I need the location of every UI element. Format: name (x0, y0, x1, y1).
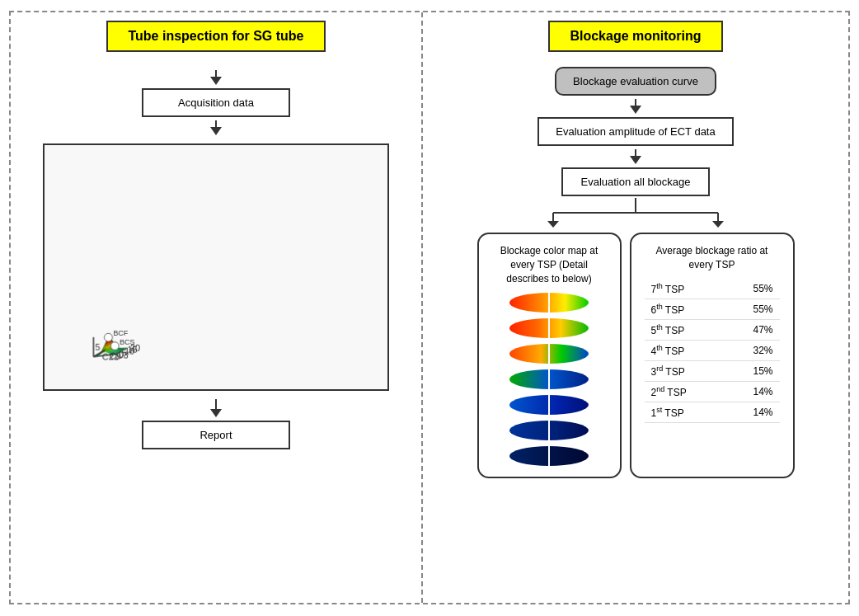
table-row: 1st TSP 14% (645, 402, 780, 422)
main-container: Tube inspection for SG tube Acquisition … (9, 11, 850, 604)
tube-integrity-box: Tube integrity evaluation (43, 143, 389, 391)
color-map-title: Blockage color map at every TSP (Detail … (492, 244, 607, 285)
ellipse-2 (508, 317, 590, 339)
blockage-eval-curve-box: Blockage evaluation curve (555, 67, 716, 96)
left-column: Tube inspection for SG tube Acquisition … (11, 12, 423, 603)
left-title: Tube inspection for SG tube (106, 21, 325, 52)
arrow-head (210, 77, 222, 85)
tsp-label: 4th TSP (645, 340, 725, 360)
tsp-value: 14% (725, 381, 779, 402)
tsp-ellipses (508, 292, 590, 467)
eval-all-blockage-box: Evaluation all blockage (561, 167, 710, 196)
arrow-head2 (210, 127, 222, 135)
split-connector (479, 198, 792, 228)
ellipse-4 (508, 369, 590, 390)
table-row: 7th TSP 55% (645, 279, 780, 299)
table-row: 2nd TSP 14% (645, 381, 780, 402)
right-column: Blockage monitoring Blockage evaluation … (423, 12, 848, 603)
ratio-table: 7th TSP 55% 6th TSP 55% 5th TSP 47% 4t (645, 279, 780, 423)
table-row: 4th TSP 32% (645, 340, 780, 360)
arrow-head3 (210, 409, 222, 417)
svg-marker-3 (547, 221, 559, 228)
tsp-label: 7th TSP (645, 279, 725, 299)
arrow-r1 (630, 99, 641, 114)
arrow1 (210, 70, 222, 85)
tsp-value: 14% (725, 402, 779, 422)
tsp-label: 6th TSP (645, 299, 725, 319)
tsp-label: 5th TSP (645, 319, 725, 340)
connector-svg (479, 198, 792, 228)
right-title: Blockage monitoring (548, 21, 722, 52)
tsp-label: 3rd TSP (645, 360, 725, 381)
arrow-line2 (215, 120, 217, 127)
arrow3 (210, 399, 222, 417)
report-box: Report (142, 421, 290, 449)
tsp-label: 2nd TSP (645, 381, 725, 402)
tsp-value: 55% (725, 299, 779, 319)
tsp-label: 1st TSP (645, 402, 725, 422)
table-row: 5th TSP 47% (645, 319, 780, 340)
tsp-value: 15% (725, 360, 779, 381)
arrow-r2 (630, 149, 641, 164)
eval-amplitude-box: Evaluation amplitude of ECT data (537, 117, 733, 146)
tsp-value: 32% (725, 340, 779, 360)
table-row: 3rd TSP 15% (645, 360, 780, 381)
ellipse-1 (508, 292, 590, 313)
arrow2 (210, 120, 222, 135)
ellipse-5 (508, 394, 590, 416)
arrow-line (215, 70, 217, 77)
arrow-line3 (215, 399, 217, 409)
acquisition-box: Acquisition data (142, 88, 290, 117)
tsp-value: 55% (725, 279, 779, 299)
color-map-box: Blockage color map at every TSP (Detail … (477, 233, 622, 478)
tsp-value: 47% (725, 319, 779, 340)
ellipse-7 (508, 445, 590, 467)
ratio-table-body: 7th TSP 55% 6th TSP 55% 5th TSP 47% 4t (645, 279, 780, 423)
ratio-title: Average blockage ratio at every TSP (645, 244, 780, 272)
3d-mesh-canvas (45, 145, 387, 389)
ratio-box: Average blockage ratio at every TSP 7th … (630, 233, 795, 478)
ellipse-6 (508, 420, 590, 441)
table-row: 6th TSP 55% (645, 299, 780, 319)
svg-marker-5 (712, 221, 724, 228)
ellipse-3 (508, 343, 590, 364)
right-bottom-section: Blockage color map at every TSP (Detail … (439, 233, 832, 478)
